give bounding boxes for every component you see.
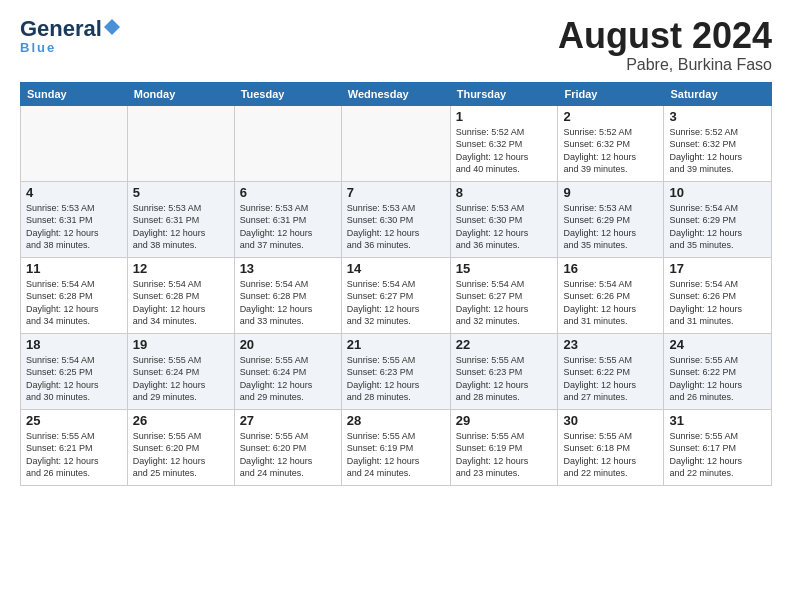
day-info: Sunrise: 5:53 AM Sunset: 6:31 PM Dayligh… — [133, 202, 229, 252]
header-thursday: Thursday — [450, 82, 558, 105]
week-row-3: 11Sunrise: 5:54 AM Sunset: 6:28 PM Dayli… — [21, 257, 772, 333]
day-info: Sunrise: 5:55 AM Sunset: 6:21 PM Dayligh… — [26, 430, 122, 480]
calendar-cell: 17Sunrise: 5:54 AM Sunset: 6:26 PM Dayli… — [664, 257, 772, 333]
weekday-header-row: Sunday Monday Tuesday Wednesday Thursday… — [21, 82, 772, 105]
calendar-cell: 13Sunrise: 5:54 AM Sunset: 6:28 PM Dayli… — [234, 257, 341, 333]
calendar-cell: 7Sunrise: 5:53 AM Sunset: 6:30 PM Daylig… — [341, 181, 450, 257]
header: General Blue August 2024 Pabre, Burkina … — [20, 16, 772, 74]
calendar-cell: 10Sunrise: 5:54 AM Sunset: 6:29 PM Dayli… — [664, 181, 772, 257]
day-info: Sunrise: 5:54 AM Sunset: 6:28 PM Dayligh… — [240, 278, 336, 328]
logo-icon — [103, 18, 121, 36]
day-number: 17 — [669, 261, 766, 276]
day-info: Sunrise: 5:55 AM Sunset: 6:24 PM Dayligh… — [240, 354, 336, 404]
calendar-cell: 5Sunrise: 5:53 AM Sunset: 6:31 PM Daylig… — [127, 181, 234, 257]
day-number: 14 — [347, 261, 445, 276]
calendar-cell: 21Sunrise: 5:55 AM Sunset: 6:23 PM Dayli… — [341, 333, 450, 409]
header-friday: Friday — [558, 82, 664, 105]
header-tuesday: Tuesday — [234, 82, 341, 105]
logo-general: General — [20, 16, 102, 42]
day-info: Sunrise: 5:54 AM Sunset: 6:25 PM Dayligh… — [26, 354, 122, 404]
page: General Blue August 2024 Pabre, Burkina … — [0, 0, 792, 612]
week-row-4: 18Sunrise: 5:54 AM Sunset: 6:25 PM Dayli… — [21, 333, 772, 409]
day-number: 8 — [456, 185, 553, 200]
week-row-1: 1Sunrise: 5:52 AM Sunset: 6:32 PM Daylig… — [21, 105, 772, 181]
day-number: 5 — [133, 185, 229, 200]
day-number: 29 — [456, 413, 553, 428]
day-number: 28 — [347, 413, 445, 428]
calendar-cell: 27Sunrise: 5:55 AM Sunset: 6:20 PM Dayli… — [234, 409, 341, 485]
day-number: 24 — [669, 337, 766, 352]
day-number: 21 — [347, 337, 445, 352]
calendar-cell: 20Sunrise: 5:55 AM Sunset: 6:24 PM Dayli… — [234, 333, 341, 409]
day-info: Sunrise: 5:53 AM Sunset: 6:31 PM Dayligh… — [240, 202, 336, 252]
calendar-cell: 30Sunrise: 5:55 AM Sunset: 6:18 PM Dayli… — [558, 409, 664, 485]
calendar-cell: 15Sunrise: 5:54 AM Sunset: 6:27 PM Dayli… — [450, 257, 558, 333]
day-number: 11 — [26, 261, 122, 276]
day-info: Sunrise: 5:54 AM Sunset: 6:28 PM Dayligh… — [26, 278, 122, 328]
day-number: 18 — [26, 337, 122, 352]
header-sunday: Sunday — [21, 82, 128, 105]
day-info: Sunrise: 5:55 AM Sunset: 6:22 PM Dayligh… — [563, 354, 658, 404]
day-number: 26 — [133, 413, 229, 428]
day-info: Sunrise: 5:53 AM Sunset: 6:29 PM Dayligh… — [563, 202, 658, 252]
week-row-2: 4Sunrise: 5:53 AM Sunset: 6:31 PM Daylig… — [21, 181, 772, 257]
calendar-cell: 24Sunrise: 5:55 AM Sunset: 6:22 PM Dayli… — [664, 333, 772, 409]
day-number: 2 — [563, 109, 658, 124]
calendar-cell: 8Sunrise: 5:53 AM Sunset: 6:30 PM Daylig… — [450, 181, 558, 257]
calendar-cell: 18Sunrise: 5:54 AM Sunset: 6:25 PM Dayli… — [21, 333, 128, 409]
day-number: 27 — [240, 413, 336, 428]
calendar-cell: 9Sunrise: 5:53 AM Sunset: 6:29 PM Daylig… — [558, 181, 664, 257]
svg-marker-0 — [104, 19, 120, 35]
day-number: 3 — [669, 109, 766, 124]
day-number: 10 — [669, 185, 766, 200]
day-number: 13 — [240, 261, 336, 276]
logo: General Blue — [20, 16, 121, 55]
calendar-cell: 1Sunrise: 5:52 AM Sunset: 6:32 PM Daylig… — [450, 105, 558, 181]
calendar-cell: 19Sunrise: 5:55 AM Sunset: 6:24 PM Dayli… — [127, 333, 234, 409]
day-number: 25 — [26, 413, 122, 428]
day-number: 19 — [133, 337, 229, 352]
title-block: August 2024 Pabre, Burkina Faso — [558, 16, 772, 74]
calendar-cell: 14Sunrise: 5:54 AM Sunset: 6:27 PM Dayli… — [341, 257, 450, 333]
day-info: Sunrise: 5:55 AM Sunset: 6:20 PM Dayligh… — [240, 430, 336, 480]
calendar-cell: 25Sunrise: 5:55 AM Sunset: 6:21 PM Dayli… — [21, 409, 128, 485]
day-info: Sunrise: 5:55 AM Sunset: 6:23 PM Dayligh… — [347, 354, 445, 404]
day-number: 22 — [456, 337, 553, 352]
day-info: Sunrise: 5:54 AM Sunset: 6:26 PM Dayligh… — [669, 278, 766, 328]
calendar-cell: 23Sunrise: 5:55 AM Sunset: 6:22 PM Dayli… — [558, 333, 664, 409]
day-number: 4 — [26, 185, 122, 200]
calendar-title: August 2024 — [558, 16, 772, 56]
header-monday: Monday — [127, 82, 234, 105]
week-row-5: 25Sunrise: 5:55 AM Sunset: 6:21 PM Dayli… — [21, 409, 772, 485]
day-number: 23 — [563, 337, 658, 352]
calendar-cell — [127, 105, 234, 181]
calendar-cell: 28Sunrise: 5:55 AM Sunset: 6:19 PM Dayli… — [341, 409, 450, 485]
logo-blue: Blue — [20, 40, 56, 55]
calendar-cell: 6Sunrise: 5:53 AM Sunset: 6:31 PM Daylig… — [234, 181, 341, 257]
calendar-cell: 11Sunrise: 5:54 AM Sunset: 6:28 PM Dayli… — [21, 257, 128, 333]
calendar-cell: 22Sunrise: 5:55 AM Sunset: 6:23 PM Dayli… — [450, 333, 558, 409]
day-number: 12 — [133, 261, 229, 276]
day-number: 31 — [669, 413, 766, 428]
calendar-table: Sunday Monday Tuesday Wednesday Thursday… — [20, 82, 772, 486]
day-info: Sunrise: 5:55 AM Sunset: 6:18 PM Dayligh… — [563, 430, 658, 480]
calendar-cell — [341, 105, 450, 181]
day-info: Sunrise: 5:55 AM Sunset: 6:19 PM Dayligh… — [456, 430, 553, 480]
calendar-cell — [21, 105, 128, 181]
day-info: Sunrise: 5:53 AM Sunset: 6:30 PM Dayligh… — [456, 202, 553, 252]
day-info: Sunrise: 5:54 AM Sunset: 6:28 PM Dayligh… — [133, 278, 229, 328]
calendar-cell: 2Sunrise: 5:52 AM Sunset: 6:32 PM Daylig… — [558, 105, 664, 181]
calendar-cell: 31Sunrise: 5:55 AM Sunset: 6:17 PM Dayli… — [664, 409, 772, 485]
day-info: Sunrise: 5:54 AM Sunset: 6:27 PM Dayligh… — [347, 278, 445, 328]
day-info: Sunrise: 5:55 AM Sunset: 6:22 PM Dayligh… — [669, 354, 766, 404]
day-number: 30 — [563, 413, 658, 428]
day-info: Sunrise: 5:54 AM Sunset: 6:27 PM Dayligh… — [456, 278, 553, 328]
day-info: Sunrise: 5:55 AM Sunset: 6:20 PM Dayligh… — [133, 430, 229, 480]
day-info: Sunrise: 5:53 AM Sunset: 6:30 PM Dayligh… — [347, 202, 445, 252]
calendar-cell: 4Sunrise: 5:53 AM Sunset: 6:31 PM Daylig… — [21, 181, 128, 257]
day-info: Sunrise: 5:54 AM Sunset: 6:29 PM Dayligh… — [669, 202, 766, 252]
day-number: 20 — [240, 337, 336, 352]
day-info: Sunrise: 5:52 AM Sunset: 6:32 PM Dayligh… — [563, 126, 658, 176]
header-wednesday: Wednesday — [341, 82, 450, 105]
calendar-cell — [234, 105, 341, 181]
